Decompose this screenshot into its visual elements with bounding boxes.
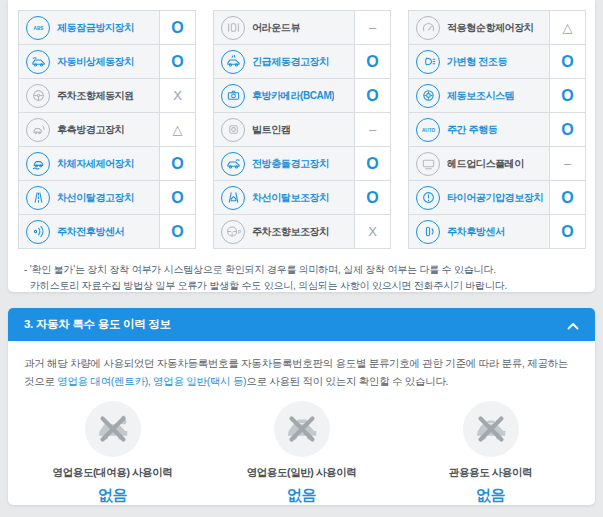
feature-label-cell: AUTO주간 주행등: [409, 113, 550, 146]
chevron-up-icon[interactable]: [567, 316, 579, 334]
feature-status: O: [160, 147, 195, 180]
svg-text:AUTO: AUTO: [421, 128, 435, 133]
feature-status: X: [355, 215, 390, 248]
government-use-crossed-icon: [463, 401, 519, 457]
feature-row: 헤드업디스플레이–: [409, 147, 585, 181]
feature-row: 후방카메라(BCAM)O: [214, 79, 390, 113]
rental-use-crossed-icon: [85, 401, 141, 457]
feature-label: 헤드업디스플레이: [447, 157, 524, 171]
feature-label: 주차조향보조장치: [252, 225, 329, 239]
parking-rear-sensor-icon: [416, 220, 440, 244]
emergency-brake-warning-icon: [221, 50, 245, 74]
description-text: 으로 사용된 적이 있는지 확인할 수 있습니다.: [246, 375, 448, 387]
note-line: 카히스토리 자료수집 방법상 일부 오류가 발생할 수도 있으니, 의심되는 사…: [24, 278, 579, 294]
feature-label-cell: 긴급제동경고장치: [214, 45, 355, 78]
feature-status: O: [550, 45, 585, 78]
section3-panel: 3. 자동차 특수 용도 이력 정보 과거 해당 차량에 사용되었던 자동차등록…: [8, 308, 595, 505]
brake-assist-icon: [416, 84, 440, 108]
feature-row: 주차조향제동지원X: [19, 79, 195, 113]
feature-label-cell: 주차전후방센서: [19, 215, 160, 248]
feature-table-3: 적응형순항제어장치△가변형 전조등O제동보조시스템OAUTO주간 주행등O헤드업…: [408, 10, 586, 249]
feature-status: O: [160, 11, 195, 44]
feature-status: O: [550, 181, 585, 214]
usage-value: 없음: [207, 486, 396, 505]
feature-label-cell: 차선이탈보조장치: [214, 181, 355, 214]
notes: - '확인 불가'는 장치 장착 여부가 시스템상으로 확인되지 경우를 의미하…: [24, 262, 579, 294]
automatic-emergency-braking-icon: [26, 50, 50, 74]
feature-status: O: [355, 147, 390, 180]
feature-label-cell: 후방카메라(BCAM): [214, 79, 355, 112]
daytime-running-light-icon: AUTO: [416, 118, 440, 142]
feature-label-cell: 후측방경고장치: [19, 113, 160, 146]
svg-text:P: P: [238, 230, 241, 235]
parking-front-rear-sensor-icon: [26, 220, 50, 244]
feature-row: 적응형순항제어장치△: [409, 11, 585, 45]
feature-label: 차선이탈보조장치: [252, 191, 329, 205]
feature-status: O: [550, 215, 585, 248]
feature-status: O: [550, 113, 585, 146]
feature-status: –: [550, 147, 585, 180]
feature-label: 주차후방센서: [447, 225, 505, 239]
lane-departure-warning-icon: [26, 186, 50, 210]
feature-row: AUTO주간 주행등O: [409, 113, 585, 147]
feature-label-cell: P주차조향보조장치: [214, 215, 355, 248]
note-line: - '확인 불가'는 장치 장착 여부가 시스템상으로 확인되지 경우를 의미하…: [24, 262, 579, 278]
usage-list: 영업용도(대여용) 사용이력없음 영업용도(일반) 사용이력없음 관용용도 사용…: [8, 401, 595, 505]
feature-row: 가변형 전조등O: [409, 45, 585, 79]
feature-label-cell: 자동비상제동장치: [19, 45, 160, 78]
feature-status: △: [160, 113, 195, 146]
section3-title: 3. 자동차 특수 용도 이력 정보: [24, 317, 171, 332]
feature-row: 빌트인캠–: [214, 113, 390, 147]
feature-label-cell: 적응형순항제어장치: [409, 11, 550, 44]
abs-icon: ABS: [26, 16, 50, 40]
feature-status: X: [160, 79, 195, 112]
usage-label: 영업용도(대여용) 사용이력: [18, 466, 207, 480]
usage-label: 영업용도(일반) 사용이력: [207, 466, 396, 480]
feature-label-cell: 주차조향제동지원: [19, 79, 160, 112]
feature-status: O: [550, 79, 585, 112]
feature-panel: ABS제동잠금방지장치O자동비상제동장치O주차조향제동지원X후측방경고장치△차체…: [8, 0, 595, 292]
feature-label: 전방충돌경고장치: [252, 157, 329, 171]
rear-camera-icon: [221, 84, 245, 108]
section3-header[interactable]: 3. 자동차 특수 용도 이력 정보: [8, 308, 595, 341]
feature-label: 주차전후방센서: [57, 225, 124, 239]
usage-value: 없음: [18, 486, 207, 505]
usage-value: 없음: [396, 486, 585, 505]
feature-status: –: [355, 113, 390, 146]
feature-label: 차체자세제어장치: [57, 157, 134, 171]
feature-row: 타이어공기압경보장치O: [409, 181, 585, 215]
feature-label: 차선이탈경고장치: [57, 191, 134, 205]
feature-label: 타이어공기압경보장치: [447, 191, 543, 205]
feature-status: O: [355, 79, 390, 112]
feature-label: 적응형순항제어장치: [447, 21, 533, 35]
taxi-use-crossed-icon: [274, 401, 330, 457]
feature-label: 제동보조시스템: [447, 89, 514, 103]
feature-label: 자동비상제동장치: [57, 55, 134, 69]
feature-label-cell: 빌트인캠: [214, 113, 355, 146]
usage-item: 영업용도(일반) 사용이력없음: [207, 401, 396, 505]
parking-steering-assist-icon: P: [221, 220, 245, 244]
adaptive-cruise-control-icon: [416, 16, 440, 40]
feature-label-cell: 가변형 전조등: [409, 45, 550, 78]
feature-status: O: [160, 45, 195, 78]
feature-label-cell: 주차후방센서: [409, 215, 550, 248]
feature-row: 주차전후방센서O: [19, 215, 195, 248]
feature-status: △: [550, 11, 585, 44]
usage-item: 영업용도(대여용) 사용이력없음: [18, 401, 207, 505]
feature-label: 긴급제동경고장치: [252, 55, 329, 69]
feature-row: 주차후방센서O: [409, 215, 585, 248]
feature-row: P주차조향보조장치X: [214, 215, 390, 248]
feature-row: 차체자세제어장치O: [19, 147, 195, 181]
feature-label-cell: 어라운드뷰: [214, 11, 355, 44]
feature-row: 어라운드뷰–: [214, 11, 390, 45]
feature-label: 제동잠금방지장치: [57, 21, 134, 35]
lane-keeping-assist-icon: [221, 186, 245, 210]
feature-label-cell: 전방충돌경고장치: [214, 147, 355, 180]
feature-row: ABS제동잠금방지장치O: [19, 11, 195, 45]
svg-text:ABS: ABS: [33, 26, 43, 31]
description-highlight: 영업용 대여(렌트카), 영업용 일반(택시 등): [57, 375, 246, 387]
feature-label: 가변형 전조등: [447, 55, 507, 69]
feature-label-cell: 차체자세제어장치: [19, 147, 160, 180]
feature-label-cell: 타이어공기압경보장치: [409, 181, 550, 214]
feature-row: 전방충돌경고장치O: [214, 147, 390, 181]
